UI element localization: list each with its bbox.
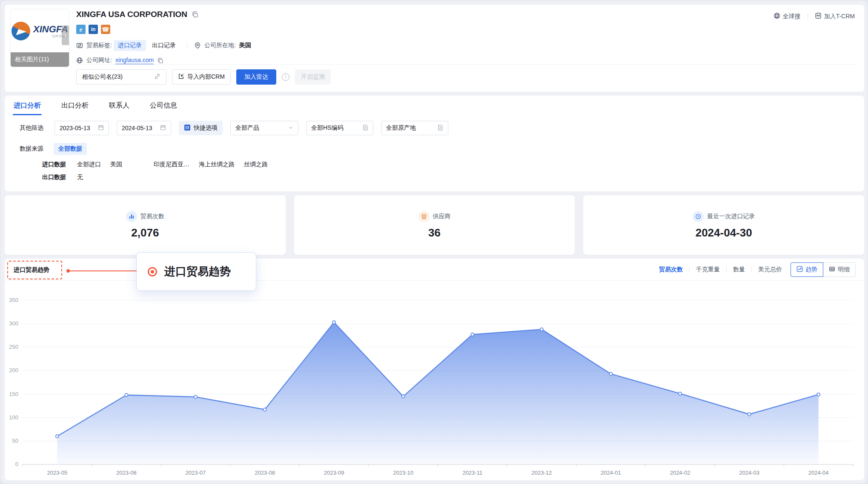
data-point[interactable] <box>56 435 59 438</box>
data-point[interactable] <box>332 321 335 324</box>
metric-trade-count[interactable]: 贸易次数 <box>658 266 684 273</box>
storefront-icon <box>418 211 430 222</box>
add-radar-button[interactable]: 加入雷达 <box>236 69 276 85</box>
linkedin-icon[interactable]: in <box>89 25 98 34</box>
divider <box>689 267 690 272</box>
x-axis-label: 2023-06 <box>116 470 137 476</box>
origin-select[interactable]: 全部原产地 <box>381 121 448 135</box>
annotation-callout: 进口贸易趋势 <box>136 252 256 291</box>
start-date-input[interactable]: 2023-05-13 <box>54 121 109 135</box>
quick-options-icon <box>184 124 191 132</box>
phone-icon[interactable]: ☎ <box>101 25 110 34</box>
export-data-row: 出口数据 无 <box>42 174 864 181</box>
import-data-label: 进口数据 <box>42 161 66 168</box>
metric-quantity[interactable]: 数量 <box>732 266 746 273</box>
stat-card-last-import: 最近一次进口记录 2024-04-30 <box>583 195 864 255</box>
hs-code-select[interactable]: 全部HS编码 <box>306 121 373 135</box>
header-tools: 全球搜 加入T-CRM <box>773 12 855 20</box>
app-page: XINGFA GROUP › 相关图片(11) XINGFA USA CORPO… <box>0 0 868 484</box>
data-point[interactable] <box>194 396 197 399</box>
metric-usd-total[interactable]: 美元总价 <box>757 266 783 273</box>
product-select[interactable]: 全部产品 <box>230 121 298 135</box>
data-point[interactable] <box>402 395 405 398</box>
global-search-button[interactable]: 全球搜 <box>773 12 801 20</box>
chart-header: 进口贸易趋势 贸易次数 千克重量 数量 美元总价 趋势 <box>5 259 864 281</box>
data-point[interactable] <box>748 413 751 416</box>
data-point[interactable] <box>471 333 474 336</box>
data-source-row: 数据来源 全部数据 <box>20 143 864 155</box>
stat-label: 最近一次进口记录 <box>707 213 755 220</box>
import-data-row: 进口数据 全部进口 美国 印度尼西亚… 海上丝绸之路 丝绸之路 <box>42 161 864 168</box>
import-source-item[interactable]: 印度尼西亚… <box>154 161 189 168</box>
y-axis-label: 200 <box>9 367 18 373</box>
tab-company-info[interactable]: 公司信息 <box>150 96 177 115</box>
import-crm-button[interactable]: 导入内部CRM <box>172 69 231 85</box>
import-source-item[interactable]: 海上丝绸之路 <box>199 161 235 168</box>
analysis-card: 进口分析 出口分析 联系人 公司信息 其他筛选 2023-05-13 2024-… <box>5 96 864 191</box>
metric-kg-weight[interactable]: 千克重量 <box>695 266 721 273</box>
company-logo[interactable]: XINGFA GROUP › 相关图片(11) <box>10 9 69 67</box>
y-axis-label: 150 <box>9 391 18 397</box>
globe-icon <box>76 57 83 64</box>
location-value: 美国 <box>239 42 251 49</box>
import-source-item[interactable]: 丝绸之路 <box>244 161 268 168</box>
data-point[interactable] <box>817 393 820 396</box>
trend-chart[interactable]: 0501001502002503003502023-052023-062023-… <box>5 281 863 479</box>
website-browser-icon[interactable]: e <box>76 25 86 34</box>
import-source-item[interactable]: 全部进口 <box>77 161 101 168</box>
y-axis-label: 300 <box>9 320 18 327</box>
copy-website-icon[interactable] <box>157 57 163 64</box>
company-name: XINGFA USA CORPORATION <box>76 10 187 19</box>
detail-view-button[interactable]: 明细 <box>823 262 856 277</box>
trend-view-button[interactable]: 趋势 <box>791 262 823 277</box>
y-axis-label: 50 <box>12 438 18 444</box>
chevron-down-icon <box>288 125 293 131</box>
copy-company-name-icon[interactable] <box>192 11 198 18</box>
x-axis-label: 2024-04 <box>808 470 829 476</box>
import-record-tag[interactable]: 进口记录 <box>114 40 146 51</box>
tab-export-analysis[interactable]: 出口分析 <box>61 96 89 115</box>
end-date-input[interactable]: 2024-05-13 <box>117 121 171 135</box>
export-record-tag[interactable]: 出口记录 <box>148 40 180 51</box>
annotation-connector-line <box>69 270 137 271</box>
chart-title: 进口贸易趋势 <box>14 266 49 274</box>
data-point[interactable] <box>679 392 682 395</box>
import-source-item[interactable]: 美国 <box>110 161 122 168</box>
all-data-pill[interactable]: 全部数据 <box>54 143 87 155</box>
website-link[interactable]: xingfausa.com <box>115 57 154 64</box>
next-image-chevron-icon[interactable]: › <box>62 26 69 45</box>
join-tcrm-button[interactable]: 加入T-CRM <box>815 12 855 20</box>
quick-options-button[interactable]: 快捷选项 <box>179 121 223 135</box>
export-data-label: 出口数据 <box>42 174 66 181</box>
stat-label: 贸易次数 <box>140 213 164 220</box>
related-images-link[interactable]: 相关图片(11) <box>11 52 69 67</box>
data-point[interactable] <box>263 408 266 411</box>
action-buttons: 相似公司名(23) 导入内部CRM 加入雷达 ! <box>76 69 331 85</box>
start-monitor-button[interactable]: 开启监测 <box>295 69 331 85</box>
y-axis-label: 350 <box>9 297 18 303</box>
table-icon <box>829 266 835 273</box>
other-filters-label: 其他筛选 <box>20 124 43 132</box>
social-links: e in ☎ <box>76 25 762 34</box>
similar-companies-button[interactable]: 相似公司名(23) <box>76 69 166 85</box>
divider <box>751 267 752 272</box>
tab-contacts[interactable]: 联系人 <box>109 96 129 115</box>
data-point[interactable] <box>609 373 612 376</box>
y-axis-label: 100 <box>9 414 18 421</box>
import-icon <box>178 73 184 81</box>
calendar-icon <box>160 125 166 132</box>
trend-icon <box>796 266 803 273</box>
header-divider <box>76 64 856 65</box>
stat-value: 2,076 <box>131 226 159 239</box>
stat-card-suppliers: 供应商 36 <box>294 195 575 255</box>
company-header-card: XINGFA GROUP › 相关图片(11) XINGFA USA CORPO… <box>5 5 864 92</box>
trade-tag-icon <box>76 42 83 49</box>
data-point[interactable] <box>540 328 543 331</box>
tab-import-analysis[interactable]: 进口分析 <box>14 96 41 115</box>
info-icon[interactable]: ! <box>282 73 289 81</box>
export-data-value: 无 <box>77 174 83 181</box>
trend-chart-card: 进口贸易趋势 贸易次数 千克重量 数量 美元总价 趋势 <box>5 259 864 480</box>
data-point[interactable] <box>125 393 128 396</box>
stat-value: 36 <box>428 226 441 239</box>
logo-image: XINGFA GROUP <box>11 9 69 52</box>
